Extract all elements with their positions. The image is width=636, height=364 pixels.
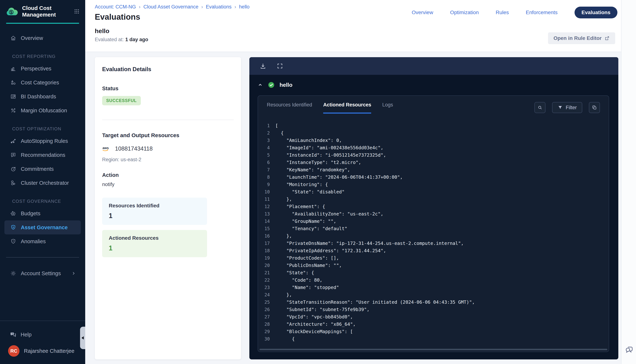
actioned-resources-stat: Actioned Resources 1 [102, 230, 207, 257]
sidebar-item-label: Budgets [21, 210, 40, 216]
autostopping-icon [10, 138, 16, 144]
evaluation-row-name: hello [279, 82, 292, 88]
line-number: 1 [258, 122, 270, 130]
code-line: 1[ [258, 122, 609, 130]
sidebar-item-label: Overview [21, 35, 43, 41]
fullscreen-button[interactable] [277, 63, 283, 69]
collapse-row-button[interactable] [257, 82, 263, 88]
shield-dollar-icon: $ [10, 224, 16, 230]
tab-resources-identified[interactable]: Resources Identified [267, 102, 312, 114]
line-number: 29 [258, 328, 270, 335]
right-edge-strip [621, 0, 636, 364]
resources-identified-value: 1 [109, 212, 200, 220]
code-line: 3 "AmiLaunchIndex": 0, [258, 137, 609, 144]
code-line: 22 "Code": 80, [258, 276, 609, 284]
evaluated-at: Evaluated at:1 day ago [95, 37, 615, 42]
tab-overview[interactable]: Overview [412, 10, 433, 16]
line-number: 16 [258, 232, 270, 240]
support-chat-button[interactable] [624, 345, 633, 354]
tab-rules[interactable]: Rules [496, 10, 509, 16]
breadcrumb-separator-icon: › [201, 4, 203, 10]
evaluation-output-panel: hello Resources Identified Actioned Reso… [249, 57, 618, 360]
sidebar-item-cluster-orchestrator[interactable]: Cluster Orchestrator [0, 176, 85, 190]
line-text: "LaunchTime": "2024-06-06T04:41:37+00:00… [275, 174, 403, 181]
sidebar-item-margin-obfuscation[interactable]: Margin Obfuscation [0, 104, 85, 118]
line-text: "Code": 80, [275, 276, 323, 284]
line-number: 10 [258, 188, 270, 196]
breadcrumb-evaluations[interactable]: Evaluations [206, 4, 232, 10]
app-title: Cloud Cost Management [22, 5, 73, 18]
code-line: 12 "Placement": { [258, 203, 609, 210]
sidebar-item-cost-categories[interactable]: Cost Categories [0, 76, 85, 90]
sidebar-header: $ Cloud Cost Management [0, 0, 85, 21]
user-profile[interactable]: RC Rajarshee Chatterjee [0, 342, 85, 364]
sidebar-item-commitments[interactable]: Commitments [0, 162, 85, 176]
code-line: 5 "InstanceId": "i-00512145e7372325d", [258, 152, 609, 159]
tab-evaluations[interactable]: Evaluations [574, 6, 617, 18]
tabs-row: Resources Identified Actioned Resources … [258, 96, 609, 114]
sidebar-item-autostopping-rules[interactable]: AutoStopping Rules [0, 134, 85, 148]
line-text: "PrivateIpAddress": "172.31.44.254", [275, 247, 386, 254]
breadcrumb-cloud-asset-governance[interactable]: Cloud Asset Governance [143, 4, 198, 10]
code-line: 25 "StateTransitionReason": "User initia… [258, 298, 609, 306]
sidebar-item-label: AutoStopping Rules [21, 138, 68, 144]
tab-logs[interactable]: Logs [382, 102, 393, 114]
evaluated-at-value: 1 day ago [125, 37, 148, 42]
details-card-title: Evaluation Details [102, 66, 234, 72]
actioned-resources-value: 1 [109, 244, 200, 252]
resources-identified-stat: Resources Identified 1 [102, 198, 207, 225]
line-text: { [275, 130, 283, 137]
line-text: "Tenancy": "default" [275, 225, 347, 232]
open-in-rule-editor-button[interactable]: Open in Rule Editor [548, 32, 615, 44]
line-number: 17 [258, 240, 270, 247]
sidebar-section-cost-governance: COST GOVERNANCE [0, 196, 85, 206]
sidebar-item-overview[interactable]: Overview [0, 31, 85, 45]
sidebar-item-label: Asset Governance [21, 224, 68, 230]
code-line: 13 "AvailabilityZone": "us-east-2c", [258, 210, 609, 218]
help-button[interactable]: ? Help [0, 328, 85, 342]
action-value: notify [102, 182, 234, 187]
horizontal-scrollbar[interactable] [259, 349, 607, 350]
line-number: 28 [258, 320, 270, 328]
sidebar-item-bi-dashboards[interactable]: BI Dashboards [0, 90, 85, 104]
download-button[interactable] [260, 63, 266, 69]
tab-optimization[interactable]: Optimization [450, 10, 479, 16]
tab-actioned-resources[interactable]: Actioned Resources [323, 102, 371, 114]
sidebar-item-label: Cluster Orchestrator [21, 180, 69, 186]
chevron-up-icon [257, 82, 263, 88]
line-text: }, [275, 232, 292, 240]
copy-button[interactable] [589, 102, 600, 113]
tab-enforcements[interactable]: Enforcements [526, 10, 558, 16]
line-text: "SubnetId": "subnet-75fe9b39", [275, 306, 370, 313]
target-resources-label: Target and Output Resources [102, 132, 234, 138]
sidebar-footer: ? Help RC Rajarshee Chatterjee [0, 320, 85, 364]
search-button[interactable] [534, 102, 545, 113]
line-number: 21 [258, 269, 270, 276]
sidebar-item-anomalies[interactable]: Anomalies [0, 234, 85, 248]
sidebar-item-asset-governance[interactable]: $ Asset Governance [5, 220, 81, 234]
sidebar-item-budgets[interactable]: Budgets [0, 206, 85, 220]
panel-toolbar [249, 57, 618, 75]
code-line: 21 "State": { [258, 269, 609, 276]
breadcrumb-hello[interactable]: hello [239, 4, 249, 10]
shield-alert-icon [10, 238, 16, 244]
line-number: 27 [258, 313, 270, 320]
line-text: "InstanceId": "i-00512145e7372325d", [275, 152, 386, 159]
code-line: 19 "ProductCodes": [], [258, 254, 609, 262]
avatar: RC [8, 345, 20, 357]
evaluation-name: hello [95, 28, 615, 34]
line-text: "AvailabilityZone": "us-east-2c", [275, 210, 383, 218]
code-line: 20 "PublicDnsName": "", [258, 262, 609, 269]
sidebar-item-account-settings[interactable]: Account Settings [0, 266, 85, 280]
line-number: 25 [258, 298, 270, 306]
sidebar-item-recommendations[interactable]: Recommendations [0, 148, 85, 162]
details-divider [102, 120, 234, 120]
filter-button[interactable]: Filter [552, 102, 582, 113]
sidebar-item-perspectives[interactable]: Perspectives [0, 62, 85, 76]
sidebar-collapse-handle[interactable] [80, 327, 85, 349]
code-line: 10 "State": "disabled" [258, 188, 609, 196]
copy-icon [592, 105, 597, 110]
breadcrumb-account[interactable]: Account: CCM-NG [95, 4, 136, 10]
line-number: 7 [258, 166, 270, 174]
app-grid-icon[interactable] [73, 8, 80, 15]
